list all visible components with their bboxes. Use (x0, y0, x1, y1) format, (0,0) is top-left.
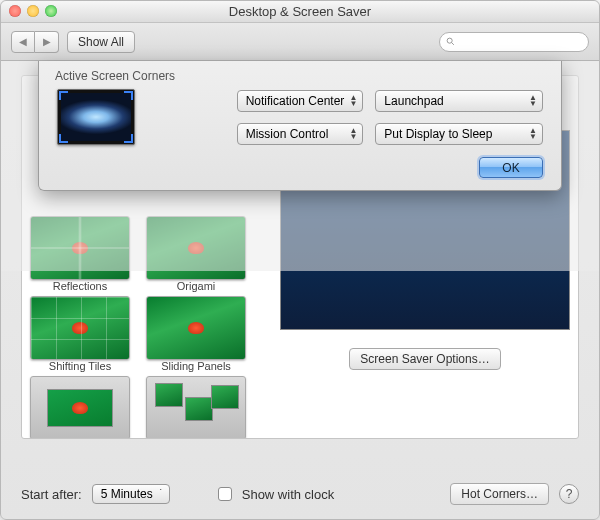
galaxy-icon (61, 93, 131, 141)
zoom-icon[interactable] (45, 5, 57, 17)
prefs-window: Desktop & Screen Saver ◀ ▶ Show All Refl… (0, 0, 600, 520)
ladybug-icon (72, 322, 88, 334)
ladybug-icon (188, 322, 204, 334)
traffic-lights (9, 5, 57, 17)
corner-marker-icon (124, 91, 133, 100)
content: Reflections Origami Shifting Tiles Slidi… (1, 61, 599, 519)
titlebar: Desktop & Screen Saver (1, 1, 599, 23)
corner-top-left-select[interactable]: Notification Center▲▼ (237, 90, 364, 112)
hot-corners-button[interactable]: Hot Corners… (450, 483, 549, 505)
monitor-icon (57, 89, 135, 145)
corner-top-right-select[interactable]: Launchpad▲▼ (375, 90, 543, 112)
updown-icon: ▲▼ (529, 128, 537, 140)
corner-marker-icon (59, 91, 68, 100)
saver-label: Origami (146, 280, 246, 292)
ladybug-icon (72, 402, 88, 414)
corner-bottom-left-select[interactable]: Mission Control▲▼ (237, 123, 364, 145)
saver-label: Sliding Panels (146, 360, 246, 372)
list-item[interactable]: Shifting Tiles (30, 296, 130, 372)
corners-grid: Notification Center▲▼ Launchpad▲▼ Missio… (57, 89, 543, 145)
updown-icon: ▲▼ (349, 95, 357, 107)
updown-icon: ▲▼ (349, 128, 357, 140)
ok-button[interactable]: OK (479, 157, 543, 178)
back-button[interactable]: ◀ (11, 31, 35, 53)
saver-label: Shifting Tiles (30, 360, 130, 372)
window-title: Desktop & Screen Saver (1, 1, 599, 23)
close-icon[interactable] (9, 5, 21, 17)
screensaver-options-button[interactable]: Screen Saver Options… (349, 348, 500, 370)
show-clock-checkbox[interactable] (218, 487, 232, 501)
list-item[interactable]: Holiday Mobile (146, 376, 246, 439)
forward-button[interactable]: ▶ (35, 31, 59, 53)
saver-label: Reflections (30, 280, 130, 292)
help-button[interactable]: ? (559, 484, 579, 504)
search-field[interactable] (439, 32, 589, 52)
list-item[interactable]: Sliding Panels (146, 296, 246, 372)
start-after-select[interactable]: 5 Minutes (92, 484, 170, 504)
toolbar: ◀ ▶ Show All (1, 23, 599, 61)
corner-bottom-right-select[interactable]: Put Display to Sleep▲▼ (375, 123, 543, 145)
list-item[interactable]: Photo Mobile (30, 376, 130, 439)
hot-corners-sheet: Active Screen Corners Notification Cente… (38, 61, 562, 191)
show-all-button[interactable]: Show All (67, 31, 135, 53)
corner-marker-icon (124, 134, 133, 143)
corner-marker-icon (59, 134, 68, 143)
svg-line-1 (452, 43, 454, 45)
svg-point-0 (447, 38, 452, 43)
footer: Start after: 5 Minutes Show with clock H… (21, 483, 579, 505)
minimize-icon[interactable] (27, 5, 39, 17)
updown-icon: ▲▼ (529, 95, 537, 107)
search-input[interactable] (459, 36, 582, 48)
start-after-label: Start after: (21, 487, 82, 502)
nav-buttons: ◀ ▶ (11, 31, 59, 53)
show-clock-label: Show with clock (242, 487, 334, 502)
sheet-title: Active Screen Corners (55, 69, 543, 83)
search-icon (446, 36, 455, 47)
